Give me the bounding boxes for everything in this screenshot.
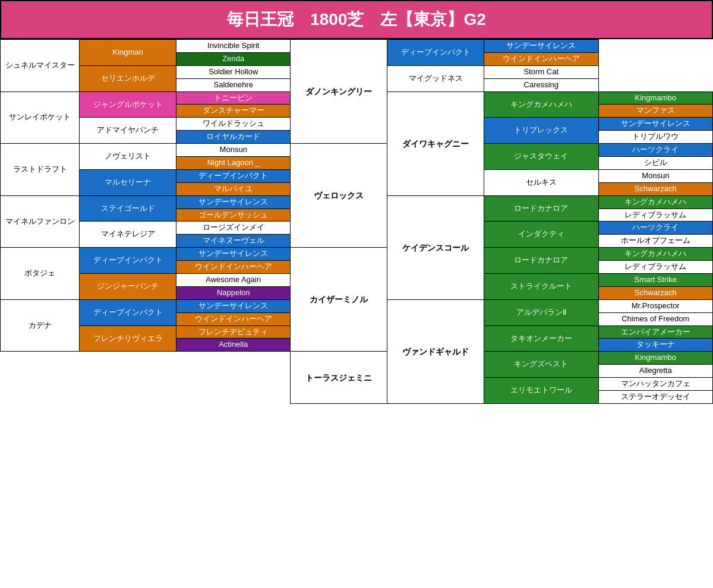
ds1: キングズベスト — [484, 352, 598, 378]
page-title: 毎日王冠 1800芝 左【東京】G2 — [227, 10, 486, 29]
gs1: Monsun — [176, 144, 291, 157]
center: ヴェロックス — [291, 144, 387, 248]
gs1: Invincible Spirit — [176, 40, 291, 53]
ds1: アルデバランⅡ — [484, 299, 598, 325]
sire: ステイゴールド — [80, 195, 176, 222]
gs2: ダンスチャーマー — [176, 105, 291, 118]
horse-name: マイネルファンロン — [1, 195, 80, 248]
gs2: ゴールデンサッシュ — [176, 208, 291, 222]
ds2: セルキス — [484, 169, 598, 195]
horse-name: サンレイポケット — [1, 91, 80, 144]
sire: ノヴェリスト — [80, 144, 176, 170]
empty-horse — [1, 352, 80, 404]
dgs2: レディブラッサム — [598, 261, 713, 274]
gd2: ロイヤルカード — [176, 131, 291, 144]
dgs2: シビル — [598, 157, 713, 170]
ds2: エリモエトワール — [484, 378, 598, 404]
gd1: Soldier Hollow — [176, 65, 291, 78]
dgs3: マンハッタンカフェ — [598, 378, 713, 391]
dam: アドマイヤパンチ — [80, 118, 176, 144]
dgs4: トリプルワウ — [598, 131, 713, 144]
dgs1: サンデーサイレンス — [484, 40, 598, 53]
dgs4: ステラーオデッセイ — [598, 391, 713, 404]
center: ダイワキャグニー — [387, 91, 484, 195]
dgs3: Monsun — [598, 169, 713, 182]
dam: フレンチリヴィエラ — [80, 325, 176, 352]
gs2: Night Lagoon _ — [176, 157, 291, 170]
table-row: ポタジェ ディープインパクト サンデーサイレンス カイザーミノル ロードカナロア… — [1, 248, 713, 261]
title-bar: 毎日王冠 1800芝 左【東京】G2 — [0, 0, 713, 39]
dgs4: タッキーナ — [598, 339, 713, 352]
gd1: ロージズインメイ — [176, 222, 291, 235]
sire: ディープインパクト — [80, 299, 176, 325]
dgs4: Schwarzach — [598, 182, 713, 195]
ds1: キングカメハメハ — [484, 91, 598, 118]
gd2: Nappelon — [176, 286, 291, 299]
dgs3: エンパイアメーカー — [598, 325, 713, 339]
ds2: インダクティ — [484, 222, 598, 248]
ds2: ストライクルート — [484, 274, 598, 300]
sire: Kingman — [80, 40, 176, 66]
gs1: サンデーサイレンス — [176, 195, 291, 208]
dgs3: ハーツクライ — [598, 222, 713, 235]
dgs4: Caressing — [484, 78, 598, 91]
table-row: トーラスジェミニ キングズベスト Kingmambo — [1, 352, 713, 365]
dgs2: ウインドインハーヘア — [484, 52, 598, 65]
gd2: マルバイユ — [176, 182, 291, 195]
gd1: ワイルドラッシュ — [176, 118, 291, 131]
dgs2: レディブラッサム — [598, 208, 713, 222]
gd1: フレンチデピュティ — [176, 325, 291, 339]
dgs3: Smart Strike — [598, 274, 713, 287]
ds2: タキオンメーカー — [484, 325, 598, 352]
dam: セリエンホルデ — [80, 65, 176, 91]
gd2: Actinella — [176, 339, 291, 352]
gs2: ウインドインハーヘア — [176, 261, 291, 274]
dgs2: マンファス — [598, 105, 713, 118]
gs1: サンデーサイレンス — [176, 248, 291, 261]
horse-name: シュネルマイスター — [1, 40, 80, 92]
dam: ジンジャーパンチ — [80, 274, 176, 300]
dgs1: キングカメハメハ — [598, 248, 713, 261]
dgs4: Schwarzach — [598, 286, 713, 299]
ds2: トリプレックス — [484, 118, 598, 144]
dgs3: Storm Cat — [484, 65, 598, 78]
gd1: ディープインパクト — [176, 169, 291, 182]
dam: マイネテレジア — [80, 222, 176, 248]
sire: ジャングルポケット — [80, 91, 176, 118]
table-row: ラストドラフト ノヴェリスト Monsun ヴェロックス ジャスタウェイ ハーツ… — [1, 144, 713, 157]
dgs2: Allegretta — [598, 365, 713, 378]
dgs4: ホールオブフェーム — [598, 235, 713, 248]
dgs3: サンデーサイレンス — [598, 118, 713, 131]
horse-name: ラストドラフト — [1, 144, 80, 196]
horse-name: カデナ — [1, 299, 80, 352]
ds2: マイグッドネス — [387, 65, 484, 91]
ds1: ディープインパクト — [387, 40, 484, 66]
sire: ディープインパクト — [80, 248, 176, 274]
ds1: ジャスタウェイ — [484, 144, 598, 170]
horse-name: ポタジェ — [1, 248, 80, 300]
dam: マルセリーナ — [80, 169, 176, 195]
dgs1: Kingmambo — [598, 352, 713, 365]
center: ケイデンスコール — [387, 195, 484, 299]
dgs1: Mr.Prospector — [598, 299, 713, 312]
dgs2: Chimes of Freedom — [598, 312, 713, 325]
dgs1: キングカメハメハ — [598, 195, 713, 208]
gs2: Zenda — [176, 52, 291, 65]
dgs1: ハーツクライ — [598, 144, 713, 157]
table-row: シュネルマイスター Kingman Invincible Spirit ダノンキ… — [1, 40, 713, 53]
center: トーラスジェミニ — [291, 352, 387, 404]
gd2: Saldenehre — [176, 78, 291, 91]
center: カイザーミノル — [291, 248, 387, 352]
gd1: Awesome Again — [176, 274, 291, 287]
center: ダノンキングリー — [291, 40, 387, 144]
ds1: ロードカナロア — [484, 195, 598, 222]
gs1: サンデーサイレンス — [176, 299, 291, 312]
ds1: ロードカナロア — [484, 248, 598, 274]
empty-gs — [176, 352, 291, 404]
center: ヴァンドギャルド — [387, 299, 484, 403]
gd2: マイネヌーヴェル — [176, 235, 291, 248]
gs1: トニービン — [176, 91, 291, 105]
dgs1: Kingmambo — [598, 91, 713, 105]
gs2: ウインドインハーヘア — [176, 312, 291, 325]
empty-sire — [80, 352, 176, 404]
